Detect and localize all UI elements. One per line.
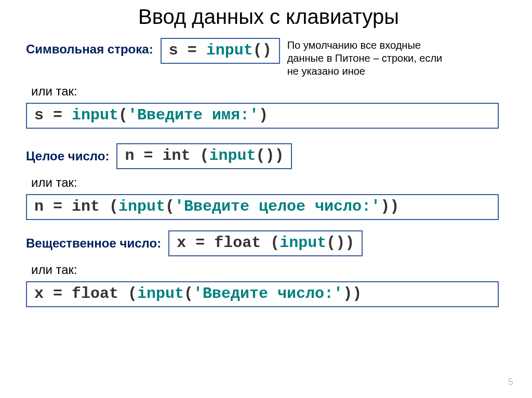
- code-box-4: n = int (input('Введите целое число:')): [26, 194, 499, 220]
- code-text: )): [343, 285, 362, 303]
- code-string: 'Введите имя:': [128, 106, 259, 124]
- label-or-2: или так:: [31, 175, 511, 190]
- label-string-row: Символьная строка:: [26, 38, 153, 57]
- code-text: x = float (: [177, 234, 280, 252]
- note-default-strings: По умолчанию все входные данные в Питоне…: [287, 38, 443, 78]
- code-box-2: s = input('Введите имя:'): [26, 103, 499, 129]
- page-number: 5: [508, 377, 513, 388]
- code-text: n = int (: [125, 147, 209, 164]
- code-keyword: input: [280, 234, 326, 252]
- code-text: s =: [34, 106, 72, 124]
- code-text: (: [184, 285, 193, 303]
- code-text: ()): [256, 147, 284, 164]
- code-box-1: s = input(): [161, 38, 280, 64]
- code-text: )): [380, 198, 399, 215]
- code-keyword: input: [209, 147, 256, 164]
- code-text: (): [253, 42, 272, 59]
- label-or-3: или так:: [31, 263, 511, 277]
- code-text: (: [165, 198, 175, 215]
- code-text: x = float (: [34, 285, 137, 303]
- code-box-3: n = int (input()): [116, 143, 292, 169]
- label-int-row: Целое число:: [26, 149, 109, 163]
- slide-title: Ввод данных с клавиатуры: [26, 5, 511, 29]
- code-text: (: [118, 106, 128, 124]
- code-keyword: input: [118, 198, 165, 215]
- code-text: ()): [326, 234, 354, 252]
- code-keyword: input: [72, 106, 118, 124]
- label-float-row: Вещественное число:: [26, 236, 161, 251]
- code-keyword: input: [137, 285, 184, 303]
- code-text: ): [259, 106, 268, 124]
- label-or-1: или так:: [31, 84, 511, 99]
- code-text: n = int (: [34, 198, 118, 215]
- code-string: 'Введите целое число:': [175, 198, 380, 215]
- code-keyword: input: [206, 42, 253, 59]
- code-string: 'Введите число:': [193, 285, 343, 303]
- code-box-6: x = float (input('Введите число:')): [26, 281, 499, 307]
- code-text: s =: [169, 42, 206, 59]
- code-box-5: x = float (input()): [168, 230, 363, 256]
